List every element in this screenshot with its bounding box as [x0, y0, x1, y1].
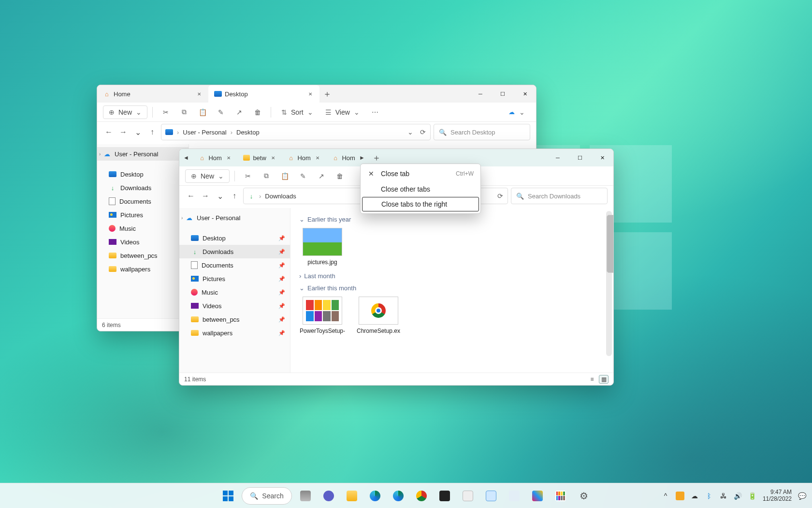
sidebar-header-user[interactable]: › ☁ User - Personal — [97, 147, 188, 161]
sidebar-item-wallpapers[interactable]: wallpapers📌 — [179, 326, 290, 340]
sort-button[interactable]: ⇅ Sort ⌄ — [276, 106, 319, 119]
tab-desktop[interactable]: Desktop ✕ — [208, 85, 319, 103]
minimize-button[interactable]: ─ — [547, 149, 569, 166]
sidebar-item-between-pcs[interactable]: between_pcs📌 — [179, 313, 290, 326]
taskbar-edge-beta[interactable] — [389, 486, 408, 506]
minimize-button[interactable]: ─ — [469, 85, 492, 103]
view-button[interactable]: ☰ View ⌄ — [320, 106, 365, 119]
tray-app-icon[interactable] — [676, 492, 684, 500]
sidebar-item-music[interactable]: Music — [97, 222, 188, 235]
sidebar-item-wallpapers[interactable]: wallpapers — [97, 262, 188, 276]
copy-button[interactable]: ⧉ — [258, 170, 275, 182]
pin-icon[interactable]: 📌 — [278, 330, 285, 336]
file-area[interactable]: ⌄Earlier this year pictures.jpg ›Last mo… — [290, 208, 613, 373]
details-view-button[interactable]: ≡ — [587, 375, 597, 384]
titlebar[interactable]: ⌂ Home ✕ Desktop ✕ ＋ ─ ☐ ✕ — [97, 85, 536, 103]
nav-up-button[interactable]: ↑ — [146, 125, 158, 139]
maximize-button[interactable]: ☐ — [569, 149, 591, 166]
taskbar-app-2[interactable] — [505, 486, 524, 506]
taskbar-settings[interactable]: ⚙ — [574, 486, 594, 506]
tab-context-menu[interactable]: ✕ Close tab Ctrl+W Close other tabs Clos… — [360, 164, 481, 214]
tab-scroll-left[interactable]: ◄ — [179, 149, 193, 166]
bluetooth-icon[interactable]: ᛒ — [705, 492, 713, 500]
copy-button[interactable]: ⧉ — [176, 106, 192, 119]
sidebar-item-videos[interactable]: Videos📌 — [179, 299, 290, 313]
taskbar-terminal[interactable] — [435, 486, 454, 506]
group-earlier-month[interactable]: ⌄Earlier this month — [299, 284, 605, 292]
taskbar-explorer[interactable] — [342, 486, 362, 506]
refresh-icon[interactable]: ⟳ — [419, 128, 427, 136]
delete-button[interactable]: 🗑 — [249, 106, 266, 119]
nav-back-button[interactable]: ← — [103, 125, 115, 139]
start-button[interactable] — [218, 486, 238, 506]
sidebar-item-documents[interactable]: Documents — [97, 194, 188, 208]
rename-button[interactable]: ✎ — [213, 106, 229, 119]
sidebar-item-downloads[interactable]: ↓Downloads — [97, 181, 188, 194]
tab-home-3[interactable]: ⌂Hom✕ — [326, 149, 355, 166]
sidebar-item-videos[interactable]: Videos — [97, 235, 188, 249]
system-tray[interactable]: ^ ☁ ᛒ 🖧 🔊 🔋 9:47 AM 11/28/2022 💬 — [661, 489, 806, 503]
nav-up-button[interactable]: ↑ — [229, 189, 240, 203]
sidebar-item-pictures[interactable]: Pictures — [97, 208, 188, 222]
search-box[interactable]: 🔍 Search Desktop — [434, 124, 530, 140]
ctx-close-tabs-right[interactable]: Close tabs to the right — [362, 197, 479, 211]
group-earlier-year[interactable]: ⌄Earlier this year — [299, 216, 605, 223]
pin-icon[interactable]: 📌 — [278, 235, 285, 241]
group-last-month[interactable]: ›Last month — [299, 272, 605, 280]
sidebar-header-user[interactable]: › ☁ User - Personal — [179, 211, 290, 224]
sidebar-item-desktop[interactable]: Desktop📌 — [179, 231, 290, 245]
pin-icon[interactable]: 📌 — [278, 303, 285, 309]
file-powertoys[interactable]: PowerToysSetup- — [299, 297, 346, 334]
breadcrumb-user[interactable]: User - Personal — [183, 129, 226, 136]
nav-forward-button[interactable]: → — [200, 189, 211, 203]
close-button[interactable]: ✕ — [514, 85, 536, 103]
pin-icon[interactable]: 📌 — [278, 289, 285, 296]
taskbar[interactable]: 🔍Search ⚙ ^ ☁ ᛒ 🖧 🔊 🔋 9:47 AM — [0, 483, 812, 508]
scrollbar[interactable] — [606, 211, 612, 356]
taskbar-edge[interactable] — [365, 486, 385, 506]
network-icon[interactable]: 🖧 — [719, 492, 728, 500]
sidebar-item-pictures[interactable]: Pictures📌 — [179, 272, 290, 285]
cut-button[interactable]: ✂ — [240, 170, 256, 182]
paste-button[interactable]: 📋 — [194, 106, 211, 119]
tab-close-button[interactable]: ✕ — [314, 153, 321, 162]
tab-home-2[interactable]: ⌂Hom✕ — [282, 149, 326, 166]
tab-between[interactable]: betw✕ — [237, 149, 282, 166]
volume-icon[interactable]: 🔊 — [734, 492, 742, 500]
notifications-icon[interactable]: 💬 — [798, 492, 806, 500]
search-box[interactable]: 🔍 Search Downloads — [511, 188, 608, 204]
tab-home[interactable]: ⌂ Home ✕ — [97, 85, 208, 103]
breadcrumb-desktop[interactable]: Desktop — [236, 129, 260, 136]
nav-recent-button[interactable]: ⌄ — [214, 189, 226, 203]
new-button[interactable]: ⊕ New ⌄ — [103, 105, 147, 119]
task-view-button[interactable] — [296, 486, 315, 506]
taskbar-teams[interactable] — [319, 486, 338, 506]
taskbar-chrome[interactable] — [412, 486, 431, 506]
tab-home-1[interactable]: ⌂Hom✕ — [193, 149, 237, 166]
cut-button[interactable]: ✂ — [158, 106, 174, 119]
pin-icon[interactable]: 📌 — [278, 316, 285, 323]
sidebar-item-between-pcs[interactable]: between_pcs — [97, 249, 188, 262]
battery-icon[interactable]: 🔋 — [748, 492, 757, 500]
file-chromesetup[interactable]: ChromeSetup.ex — [355, 297, 402, 334]
pin-icon[interactable]: 📌 — [278, 276, 285, 282]
share-button[interactable]: ↗ — [313, 170, 330, 182]
ctx-close-tab[interactable]: ✕ Close tab Ctrl+W — [361, 166, 480, 181]
onedrive-tray-icon[interactable]: ☁ — [690, 492, 699, 500]
nav-recent-button[interactable]: ⌄ — [132, 125, 144, 139]
sidebar[interactable]: › ☁ User - Personal Desktop📌 ↓Downloads📌… — [179, 208, 290, 373]
taskbar-paint[interactable] — [528, 486, 547, 506]
pin-icon[interactable]: 📌 — [278, 249, 285, 255]
tab-close-button[interactable]: ✕ — [225, 153, 232, 162]
chevron-down-icon[interactable]: ⌄ — [406, 128, 415, 136]
tab-close-button[interactable]: ✕ — [306, 90, 315, 98]
address-bar[interactable]: › User - Personal › Desktop ⌄ ⟳ — [161, 124, 431, 140]
taskbar-powertoys[interactable] — [551, 486, 570, 506]
icons-view-button[interactable]: ▦ — [599, 375, 609, 384]
close-button[interactable]: ✕ — [591, 149, 613, 166]
nav-forward-button[interactable]: → — [117, 125, 129, 139]
refresh-icon[interactable]: ⟳ — [496, 192, 505, 200]
sidebar-item-desktop[interactable]: Desktop — [97, 167, 188, 181]
taskbar-app-1[interactable] — [458, 486, 478, 506]
sidebar-item-downloads[interactable]: ↓Downloads📌 — [179, 245, 290, 258]
